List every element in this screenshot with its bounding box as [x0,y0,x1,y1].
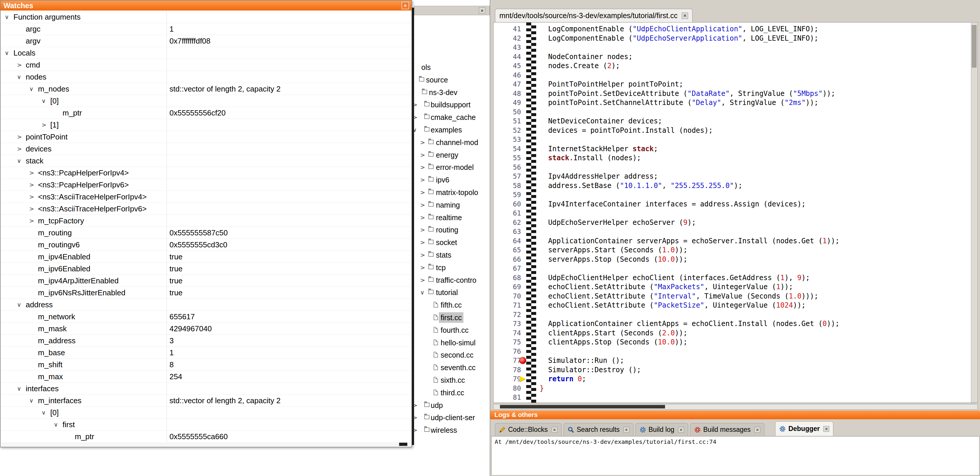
tree-item-naming[interactable]: >naming [412,200,490,210]
tree-item-fifth-cc[interactable]: fifth.cc [412,300,490,310]
watch-row[interactable]: m_network655617 [1,311,411,323]
close-icon[interactable]: × [552,427,557,433]
collapse-icon[interactable]: ∨ [17,386,21,391]
expand-icon[interactable]: > [412,403,418,408]
expand-icon[interactable]: > [412,415,418,420]
tree-item-error-model[interactable]: >error-model [412,162,490,173]
tree-item-hello-simul[interactable]: hello-simul [412,337,490,348]
tree-item-wireless[interactable]: >wireless [412,425,490,435]
watch-row[interactable]: m_routing0x555555587c50 [1,227,411,239]
editor-hscrollbar[interactable] [493,404,978,410]
tree-item-udp[interactable]: >udp [412,400,490,411]
collapse-icon[interactable]: ∨ [5,50,9,56]
watch-row[interactable]: m_ipv4ArpJitterEnabledtrue [1,275,411,287]
expand-icon[interactable]: > [17,134,22,140]
watch-row[interactable]: ∨[0] [1,407,411,419]
watch-row[interactable]: ∨m_interfacesstd::vector of length 2, ca… [1,395,411,407]
collapse-icon[interactable]: ∨ [29,398,33,404]
tab-build-log[interactable]: Build log× [635,423,688,436]
watches-titlebar[interactable]: Watches × [1,1,411,11]
watch-row[interactable]: ><ns3::PcapHelperForIpv4> [1,167,411,179]
tree-item-examples[interactable]: ∨examples [412,125,490,135]
watch-row[interactable]: >m_tcpFactory [1,215,411,227]
tab-build-messages[interactable]: Build messages× [690,423,764,436]
watch-row[interactable]: argv0x7fffffffdf08 [1,35,411,47]
watches-hscrollbar[interactable] [1,442,411,446]
watch-row[interactable]: m_ipv6Enabledtrue [1,263,411,275]
expand-icon[interactable]: > [420,227,425,233]
watch-row[interactable]: ><ns3::AsciiTraceHelperForIpv6> [1,203,411,215]
collapse-icon[interactable]: ∨ [17,158,21,164]
expand-icon[interactable]: > [420,152,425,158]
watch-row[interactable]: ><ns3::PcapHelperForIpv6> [1,179,411,191]
watch-row[interactable]: ∨Locals [1,47,411,59]
watch-row[interactable]: ∨nodes [1,71,411,83]
expand-icon[interactable]: > [412,114,418,120]
watch-row[interactable]: >devices [1,143,411,155]
collapse-icon[interactable]: ∨ [420,289,425,295]
tree-item-tutorial[interactable]: ∨tutorial [412,287,490,298]
expand-icon[interactable]: > [17,62,22,68]
watch-row[interactable]: ><ns3::AsciiTraceHelperForIpv4> [1,191,411,203]
close-icon[interactable]: × [678,427,684,433]
watch-row[interactable]: m_ptr0x55555556cf20 [1,107,411,119]
expand-icon[interactable]: > [420,252,425,258]
tree-item-ipv6[interactable]: >ipv6 [412,174,490,185]
watch-row[interactable]: >cmd [1,59,411,71]
watch-row[interactable]: m_address3 [1,335,411,347]
expand-icon[interactable]: > [420,277,425,283]
watch-row[interactable]: >[1] [1,119,411,131]
expand-icon[interactable]: > [412,427,418,433]
collapse-icon[interactable]: ∨ [5,14,9,20]
collapse-icon[interactable]: ∨ [54,422,58,428]
tree-item-realtime[interactable]: >realtime [412,212,490,223]
tree-item-fourth-cc[interactable]: fourth.cc [412,325,490,335]
expand-icon[interactable]: > [412,102,418,108]
tree-item-routing[interactable]: >routing [412,225,490,235]
tree-item-source[interactable]: source [412,75,490,85]
close-icon[interactable]: × [401,2,409,10]
close-icon[interactable]: × [823,426,829,432]
watch-row[interactable]: ∨m_nodesstd::vector of length 2, capacit… [1,83,411,95]
tree-item-socket[interactable]: >socket [412,237,490,248]
collapse-icon[interactable]: ∨ [17,302,21,308]
expand-icon[interactable]: > [29,218,34,224]
watch-row[interactable]: m_shift8 [1,359,411,371]
tree-item-sixth-cc[interactable]: sixth.cc [412,375,490,385]
tree-item-traffic-contro[interactable]: >traffic-contro [412,275,490,285]
tree-item-stats[interactable]: >stats [412,250,490,260]
watch-row[interactable]: m_ipv4Enabledtrue [1,251,411,263]
tree-item-buildsupport[interactable]: >buildsupport [412,99,490,110]
tree-item-udp-client-ser[interactable]: >udp-client-ser [412,412,490,423]
collapse-icon[interactable]: ∨ [412,127,417,133]
tree-item-first-cc[interactable]: first.cc [412,312,490,323]
tree-item-ns-3-dev[interactable]: ns-3-dev [412,87,490,97]
expand-icon[interactable]: > [420,202,425,208]
watch-row[interactable]: ∨stack [1,155,411,167]
watch-row[interactable]: ∨address [1,299,411,311]
expand-icon[interactable]: > [420,177,425,183]
expand-icon[interactable]: > [29,170,34,176]
tree-item-ols[interactable]: ols [412,62,490,72]
tab-code-blocks[interactable]: Code::Blocks× [495,423,562,436]
expand-icon[interactable]: > [420,265,425,270]
tree-item-matrix-topolo[interactable]: >matrix-topolo [412,187,490,198]
tab-first-cc[interactable]: mnt/dev/tools/source/ns-3-dev/examples/t… [495,9,692,22]
close-icon[interactable]: × [624,427,629,433]
watch-row[interactable]: ∨[0] [1,95,411,107]
tree-item-energy[interactable]: >energy [412,150,490,160]
watch-row[interactable]: argc1 [1,23,411,35]
watch-row[interactable]: m_base1 [1,347,411,359]
expand-icon[interactable]: > [29,194,34,200]
expand-icon[interactable]: > [41,122,46,128]
tree-item-tcp[interactable]: >tcp [412,262,490,273]
scrollbar-handle[interactable] [399,442,407,446]
watch-row[interactable]: m_ptr0x5555555ca660 [1,431,411,441]
watch-row[interactable]: m_max254 [1,371,411,383]
expand-icon[interactable]: > [29,182,34,188]
code-editor[interactable]: 41 LogComponentEnable ("UdpEchoClientApp… [493,22,978,403]
tree-item-seventh-cc[interactable]: seventh.cc [412,362,490,373]
watch-row[interactable]: m_routingv60x5555555cd3c0 [1,239,411,251]
scrollbar-handle[interactable] [500,405,665,409]
watch-row[interactable]: ∨interfaces [1,383,411,395]
